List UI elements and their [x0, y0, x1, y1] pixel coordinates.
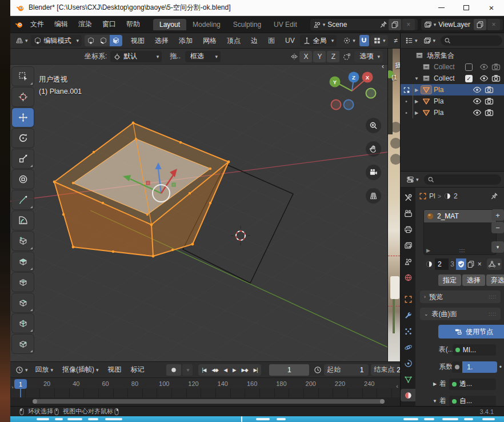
shader-dropdown[interactable]: MI...	[453, 344, 496, 356]
select-box-tool[interactable]	[12, 67, 34, 86]
loop-cut-tool[interactable]	[12, 314, 34, 333]
new-viewlayer-button[interactable]	[474, 19, 486, 30]
outliner-item-label[interactable]: Pla	[434, 86, 443, 94]
shader-dropdown[interactable]: 自...	[449, 396, 496, 407]
grip-handle[interactable]: ::::	[430, 248, 494, 253]
menu-item[interactable]: 帮助	[121, 19, 145, 29]
mode-dropdown[interactable]: 编辑模式▾	[31, 35, 82, 46]
transport-button[interactable]: ▶|	[251, 367, 261, 373]
blender-menu-icon[interactable]	[15, 21, 23, 29]
extrude-region-tool[interactable]	[12, 252, 34, 271]
expand-icon[interactable]: ▼	[412, 76, 421, 81]
navigation-gizmo[interactable]: Z X Y	[327, 70, 379, 115]
rotate-tool[interactable]	[12, 129, 34, 148]
coord-dropdown[interactable]: 默认▾	[110, 51, 162, 62]
measure-tool[interactable]	[12, 211, 34, 230]
collection-checkbox[interactable]: ✓	[465, 75, 473, 82]
camera-icon[interactable]	[485, 85, 494, 94]
falloff-icon[interactable]	[343, 53, 351, 61]
timeline-menu-item[interactable]: 抠像(插帧)▾	[58, 365, 103, 375]
breadcrumb-material[interactable]: 2	[454, 192, 458, 200]
minimize-button[interactable]	[429, 0, 454, 15]
menu-item[interactable]: 窗口	[97, 19, 121, 29]
bevel-tool[interactable]	[12, 293, 34, 312]
menu-item[interactable]: 边	[246, 36, 263, 46]
menu-item[interactable]: 选择	[150, 36, 174, 46]
slot-specials-button[interactable]: ▾	[491, 241, 504, 253]
outliner-item-label[interactable]: Pla	[434, 97, 443, 105]
tab-object-data[interactable]	[401, 373, 415, 385]
expand-icon[interactable]: ▼	[430, 399, 439, 404]
record-button[interactable]	[166, 364, 181, 376]
frame-end-field[interactable]: 结束点 2	[371, 364, 400, 376]
move-tool[interactable]	[12, 108, 34, 127]
projection-toggle-button[interactable]	[366, 188, 381, 204]
outliner-item-label[interactable]: Pla	[434, 109, 443, 117]
vertex-select-mode[interactable]	[85, 35, 97, 46]
y-axis-ball[interactable]: Y	[333, 79, 337, 85]
camera-strip-viewport[interactable]: 摄 (1	[387, 49, 400, 361]
outliner-row[interactable]: 场景集合	[401, 50, 504, 61]
factor-field[interactable]: 1.	[452, 361, 497, 373]
annotate-tool[interactable]	[12, 190, 34, 209]
menu-item[interactable]: 编辑	[49, 19, 73, 29]
mirror-axis-toggle[interactable]: X	[299, 51, 312, 62]
strip-pan-button[interactable]	[390, 138, 400, 149]
expand-icon[interactable]: ▶	[430, 381, 439, 387]
mirror-axis-toggle[interactable]: Z	[327, 51, 339, 62]
transport-button[interactable]: ▶	[230, 367, 239, 373]
drag-dropdown[interactable]: 框选▾	[185, 51, 221, 62]
camera-icon[interactable]	[491, 62, 501, 71]
timeline-menu-item[interactable]: 回放▾	[31, 365, 58, 375]
pin-icon[interactable]	[379, 21, 387, 29]
material-action-button[interactable]: 指定	[438, 274, 461, 286]
tab-scene[interactable]	[401, 255, 415, 268]
maximize-button[interactable]	[454, 0, 479, 15]
outliner-row[interactable]: ▶Pla	[401, 84, 504, 95]
panel-preview[interactable]: › 预览 ::::	[420, 290, 501, 303]
pan-button[interactable]	[366, 141, 381, 157]
pin-icon[interactable]	[490, 192, 498, 200]
tab-particles[interactable]	[401, 325, 415, 337]
tab-tool[interactable]	[401, 191, 415, 204]
collection-checkbox[interactable]	[465, 63, 473, 71]
menu-item[interactable]: 顶点	[222, 36, 246, 46]
z-neg-ball[interactable]	[344, 100, 354, 110]
tab-constraints[interactable]	[401, 357, 415, 369]
node-specials-dropdown[interactable]: ▾	[487, 258, 502, 270]
unlink-material-button[interactable]: ×	[476, 258, 483, 270]
add-cube-tool[interactable]	[12, 232, 34, 250]
panel-surface[interactable]: ⌄ 表(曲)面 ::::	[420, 308, 501, 320]
eye-icon[interactable]	[473, 85, 482, 94]
outliner-row[interactable]: Collect	[401, 61, 504, 73]
camera-icon[interactable]	[491, 74, 501, 83]
snap-settings-dropdown[interactable]: ▾	[370, 35, 389, 46]
expand-icon[interactable]: ▶	[412, 110, 421, 116]
orientation-dropdown[interactable]: 全局▾	[300, 35, 337, 46]
mirror-axis-toggle[interactable]: Y	[313, 51, 326, 62]
edge-select-mode[interactable]	[97, 35, 110, 46]
playhead[interactable]: 1	[14, 379, 27, 389]
tab-object[interactable]	[401, 293, 415, 305]
material-slot-list[interactable]: 2_MAT ▶ ::::	[423, 209, 497, 255]
outliner-item-label[interactable]: 场景集合	[427, 51, 454, 61]
timeline-editor-type-button[interactable]: ▾	[13, 364, 31, 376]
transport-button[interactable]: ▶◆	[239, 367, 251, 373]
camera-icon[interactable]	[485, 97, 494, 106]
material-slot-selected[interactable]: 2_MAT	[424, 210, 496, 222]
timeline-menu-item[interactable]: 标记	[126, 365, 149, 375]
scale-tool[interactable]	[12, 149, 34, 168]
new-material-button[interactable]	[466, 258, 475, 270]
viewlayer-selector[interactable]: ▾ ViewLayer ×	[421, 19, 503, 30]
timeline-menu-item[interactable]: 视图	[103, 365, 126, 375]
knife-tool[interactable]	[12, 335, 34, 353]
properties-editor-type[interactable]: ▾	[403, 174, 422, 185]
record-options[interactable]: ▾	[182, 364, 193, 376]
menu-item[interactable]: 视图	[126, 36, 150, 46]
tab-physics[interactable]	[401, 341, 415, 353]
remove-slot-button[interactable]: −	[491, 222, 504, 233]
tab-view-layer[interactable]	[401, 239, 415, 252]
outliner-item-label[interactable]: Collect	[434, 63, 455, 71]
fake-user-toggle[interactable]	[456, 258, 466, 270]
camera-view-button[interactable]	[366, 165, 381, 180]
